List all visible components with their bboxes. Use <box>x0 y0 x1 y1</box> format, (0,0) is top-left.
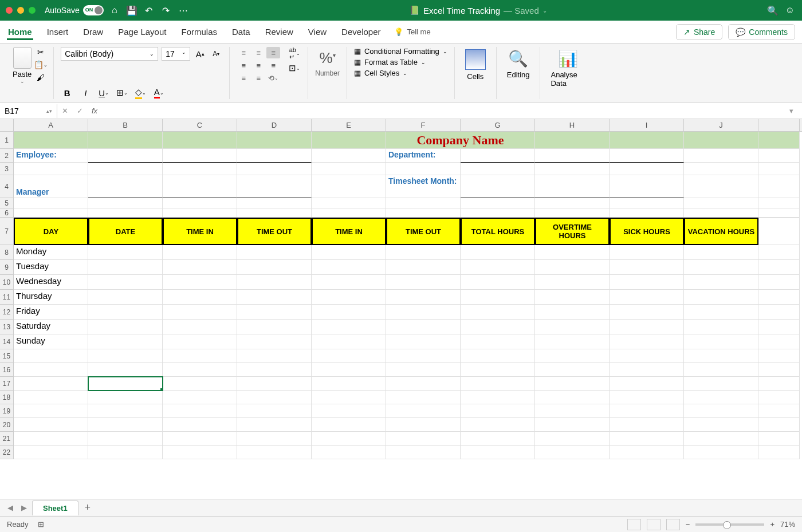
header-sick[interactable]: SICK HOURS <box>610 218 684 245</box>
header-day[interactable]: DAY <box>14 218 88 245</box>
cell[interactable] <box>461 290 535 305</box>
tab-view[interactable]: View <box>307 23 328 40</box>
cell[interactable] <box>88 163 163 175</box>
cell[interactable] <box>14 377 88 391</box>
cell[interactable] <box>684 391 758 404</box>
cell[interactable] <box>758 446 800 459</box>
cell[interactable] <box>237 391 312 404</box>
cell[interactable] <box>237 198 312 208</box>
header-vacation[interactable]: VACATION HOURS <box>684 218 758 245</box>
row-header[interactable]: 20 <box>0 418 14 432</box>
italic-button[interactable]: I <box>79 86 92 99</box>
cell[interactable] <box>237 245 312 260</box>
cell[interactable] <box>758 245 800 260</box>
cell[interactable] <box>88 175 163 198</box>
cell[interactable] <box>386 275 461 290</box>
conditional-formatting-button[interactable]: ▦Conditional Formatting ⌄ <box>354 47 447 56</box>
autosave-toggle[interactable]: AutoSave ON <box>45 5 104 15</box>
day-cell[interactable]: Friday <box>14 305 88 320</box>
row-header[interactable]: 14 <box>0 334 14 349</box>
cell[interactable] <box>758 218 800 245</box>
zoom-label[interactable]: 71% <box>780 520 795 529</box>
col-header[interactable]: F <box>386 119 461 131</box>
cell[interactable] <box>610 418 684 432</box>
cell[interactable] <box>14 404 88 418</box>
cell[interactable] <box>312 363 386 377</box>
header-total-hours[interactable]: TOTAL HOURS <box>461 218 535 245</box>
font-color-button[interactable]: A⌄ <box>152 86 165 99</box>
select-all-corner[interactable] <box>0 119 14 131</box>
cell[interactable] <box>163 349 237 363</box>
cell[interactable] <box>758 305 800 320</box>
cell[interactable] <box>758 334 800 349</box>
search-icon[interactable]: 🔍 <box>766 4 779 17</box>
row-header[interactable]: 15 <box>0 349 14 363</box>
cell[interactable] <box>461 446 535 459</box>
cell[interactable] <box>386 391 461 404</box>
minimize-window-icon[interactable] <box>17 7 24 14</box>
cell[interactable] <box>386 432 461 446</box>
cell[interactable] <box>14 163 88 175</box>
cell[interactable] <box>684 275 758 290</box>
cell[interactable] <box>14 391 88 404</box>
cell[interactable] <box>312 404 386 418</box>
cell[interactable] <box>386 208 461 218</box>
cell[interactable] <box>312 334 386 349</box>
maximize-window-icon[interactable] <box>29 7 36 14</box>
bold-button[interactable]: B <box>61 86 73 99</box>
cell[interactable] <box>386 377 461 391</box>
home-icon[interactable]: ⌂ <box>108 4 121 17</box>
cell[interactable] <box>535 349 610 363</box>
day-cell[interactable]: Tuesday <box>14 260 88 275</box>
cell[interactable] <box>163 245 237 260</box>
cell[interactable] <box>163 290 237 305</box>
decrease-font-icon[interactable]: A▾ <box>210 48 222 60</box>
cell[interactable] <box>684 320 758 334</box>
cell[interactable] <box>386 334 461 349</box>
cell[interactable] <box>535 132 610 149</box>
cell[interactable] <box>758 149 800 163</box>
cell[interactable] <box>386 404 461 418</box>
cell[interactable] <box>163 149 237 163</box>
cell[interactable] <box>461 163 535 175</box>
format-painter-icon[interactable]: 🖌 <box>35 72 46 82</box>
cell[interactable] <box>237 377 312 391</box>
cell[interactable] <box>88 446 163 459</box>
cell[interactable] <box>610 290 684 305</box>
cell[interactable] <box>14 446 88 459</box>
cell[interactable] <box>535 404 610 418</box>
row-header[interactable]: 3 <box>0 163 14 175</box>
cell[interactable] <box>312 245 386 260</box>
cell[interactable] <box>163 305 237 320</box>
cell[interactable] <box>14 418 88 432</box>
cell[interactable] <box>163 132 237 149</box>
cell[interactable] <box>758 391 800 404</box>
cell[interactable] <box>758 290 800 305</box>
cell[interactable] <box>684 163 758 175</box>
cell[interactable] <box>610 198 684 208</box>
row-header[interactable]: 19 <box>0 404 14 418</box>
align-right-icon[interactable]: ≡ <box>266 60 280 71</box>
font-name-select[interactable]: Calibri (Body)⌄ <box>61 47 158 61</box>
cell[interactable] <box>88 198 163 208</box>
cell[interactable] <box>461 275 535 290</box>
header-time-in-2[interactable]: TIME IN <box>312 218 386 245</box>
cell[interactable] <box>461 418 535 432</box>
cell[interactable] <box>312 163 386 175</box>
cell[interactable] <box>88 363 163 377</box>
cell[interactable] <box>758 418 800 432</box>
cell[interactable] <box>237 275 312 290</box>
cell[interactable] <box>88 305 163 320</box>
cell[interactable] <box>88 418 163 432</box>
copy-icon[interactable]: 📋⌄ <box>35 60 46 70</box>
tab-formulas[interactable]: Formulas <box>180 23 218 40</box>
cell-styles-button[interactable]: ▦Cell Styles ⌄ <box>354 69 447 77</box>
cell[interactable] <box>684 198 758 208</box>
add-sheet-button[interactable]: + <box>81 502 95 514</box>
col-header[interactable] <box>758 119 800 131</box>
normal-view-icon[interactable] <box>627 519 641 530</box>
col-header[interactable]: G <box>461 119 535 131</box>
cell[interactable] <box>610 149 684 163</box>
cell[interactable] <box>535 418 610 432</box>
col-header[interactable]: D <box>237 119 312 131</box>
